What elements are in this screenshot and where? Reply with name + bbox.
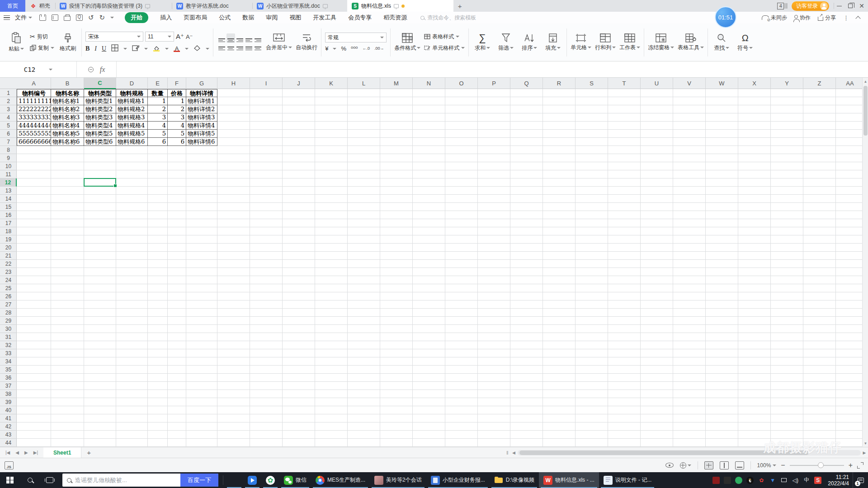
row-header-24[interactable]: 24 <box>0 276 17 284</box>
page-break-view-button[interactable] <box>735 461 744 469</box>
tray-app-icon[interactable] <box>712 477 720 484</box>
normal-view-button[interactable] <box>704 461 713 469</box>
row-header-25[interactable]: 25 <box>0 284 17 292</box>
row-header-30[interactable]: 30 <box>0 325 17 333</box>
column-header-Q[interactable]: Q <box>510 78 543 89</box>
grid-cell-F7[interactable]: 6 <box>168 138 186 146</box>
paste-button[interactable]: 粘贴 <box>6 28 26 57</box>
align-top-button[interactable] <box>218 34 225 42</box>
row-header-26[interactable]: 26 <box>0 292 17 300</box>
grid-cell-E1[interactable]: 数量 <box>148 89 168 97</box>
grid-cell-B4[interactable]: 物料名称3 <box>51 113 84 122</box>
insert-function-button[interactable]: fx <box>100 66 105 74</box>
worksheet-button[interactable]: 工作表 <box>619 28 640 57</box>
redo-icon[interactable]: ↻ <box>99 14 105 22</box>
row-header-7[interactable]: 7 <box>0 138 17 146</box>
grid-cell-B7[interactable]: 物料名称6 <box>51 138 84 146</box>
print-icon[interactable] <box>64 16 71 21</box>
row-header-18[interactable]: 18 <box>0 227 17 235</box>
grid-cell-A2[interactable]: 1111111111 <box>17 97 51 105</box>
grid-cell-E6[interactable]: 5 <box>148 130 168 138</box>
copy-button[interactable]: 复制 <box>30 44 54 52</box>
increase-decimal-button[interactable]: .00→ <box>374 47 384 51</box>
eye-protect-icon[interactable] <box>665 463 674 468</box>
column-header-J[interactable]: J <box>283 78 315 89</box>
font-color-button[interactable]: A <box>174 46 180 52</box>
grid-cell-D7[interactable]: 物料规格6 <box>116 138 148 146</box>
start-button[interactable] <box>0 472 20 488</box>
tab-docer[interactable]: ❖ 稻壳 <box>25 0 55 12</box>
column-header-G[interactable]: G <box>186 78 217 89</box>
row-header-15[interactable]: 15 <box>0 203 17 211</box>
row-header-43[interactable]: 43 <box>0 431 17 439</box>
menu-member[interactable]: 会员专享 <box>348 14 372 22</box>
app-wps-active[interactable]: W 物料信息.xls - ... <box>539 472 599 488</box>
share-button[interactable]: 分享 <box>818 14 836 22</box>
sheet-tab-active[interactable]: Sheet1 <box>43 447 81 458</box>
name-box-dropdown[interactable] <box>49 69 52 70</box>
font-name-select[interactable]: 宋体 <box>85 32 143 42</box>
row-header-2[interactable]: 2 <box>0 97 17 105</box>
row-header-33[interactable]: 33 <box>0 349 17 357</box>
grid-cell-G2[interactable]: 物料详情1 <box>186 97 217 105</box>
column-header-S[interactable]: S <box>576 78 608 89</box>
menu-review[interactable]: 审阅 <box>266 14 278 22</box>
grid-cell-D1[interactable]: 物料规格 <box>116 89 148 97</box>
decrease-indent-button[interactable] <box>245 34 252 42</box>
row-header-22[interactable]: 22 <box>0 260 17 268</box>
align-bottom-button[interactable] <box>236 34 243 42</box>
fill-button[interactable]: 填充 <box>543 28 563 57</box>
grid-cell-A5[interactable]: 4444444444 <box>17 122 51 130</box>
grid-cell-F1[interactable]: 价格 <box>168 89 186 97</box>
row-header-4[interactable]: 4 <box>0 113 17 122</box>
decrease-decimal-button[interactable]: ←.0 <box>363 47 370 51</box>
more-options-icon[interactable]: ⋮ <box>843 14 849 21</box>
command-search[interactable]: 查找命令、搜索模板 <box>420 14 476 22</box>
file-menu[interactable]: 文件 <box>12 14 35 22</box>
app-finance-report[interactable]: 小型企业财务报... <box>426 472 490 488</box>
grid-cell-G6[interactable]: 物料详情5 <box>186 130 217 138</box>
collaborate-button[interactable]: 协作 <box>794 14 811 22</box>
app-folder-videos[interactable]: D:\录像视频 <box>490 472 539 488</box>
row-header-42[interactable]: 42 <box>0 422 17 431</box>
task-view-button[interactable] <box>40 472 60 488</box>
row-header-38[interactable]: 38 <box>0 390 17 398</box>
column-header-R[interactable]: R <box>543 78 576 89</box>
grid-cell-E4[interactable]: 3 <box>148 113 168 122</box>
column-header-K[interactable]: K <box>315 78 348 89</box>
column-header-Z[interactable]: Z <box>803 78 836 89</box>
grid-cell-D5[interactable]: 物料规格4 <box>116 122 148 130</box>
column-header-C[interactable]: C <box>84 78 116 89</box>
window-count-button[interactable]: 4 <box>777 3 787 9</box>
vertical-scrollbar[interactable]: ▲ ▼ <box>862 78 868 447</box>
column-header-Y[interactable]: Y <box>771 78 803 89</box>
sort-button[interactable]: 排序 <box>519 28 539 57</box>
tray-volume-icon[interactable]: ◁) <box>792 477 799 484</box>
tray-wps-s-icon[interactable]: S <box>814 477 821 484</box>
scroll-down-icon[interactable]: ▼ <box>863 440 868 447</box>
grid-cell-D3[interactable]: 物料规格2 <box>116 105 148 113</box>
cells-region[interactable]: 物料编号物料名称物料类型物料规格数量价格物料详情1111111111物料名称1物… <box>17 89 864 447</box>
column-header-N[interactable]: N <box>413 78 445 89</box>
row-header-13[interactable]: 13 <box>0 187 17 195</box>
row-header-5[interactable]: 5 <box>0 122 17 130</box>
symbol-button[interactable]: Ω 符号 <box>735 28 755 57</box>
baidu-search-box[interactable]: 造谣婴儿做核酸被... 百度一下 <box>62 474 218 487</box>
merge-center-button[interactable]: 合并居中 <box>266 28 292 57</box>
distribute-button[interactable] <box>255 42 261 51</box>
font-size-select[interactable]: 11 <box>145 32 174 42</box>
row-header-10[interactable]: 10 <box>0 162 17 170</box>
number-format-select[interactable]: 常规 <box>325 33 387 42</box>
taskbar-search-button[interactable] <box>20 472 40 488</box>
tray-app-icon[interactable] <box>724 477 731 484</box>
align-left-button[interactable] <box>218 42 225 51</box>
freeze-panes-button[interactable]: 冻结窗格 <box>648 28 674 57</box>
increase-indent-button[interactable] <box>255 34 261 42</box>
horizontal-scroll-track[interactable] <box>518 450 861 455</box>
zoom-level-button[interactable]: 100% <box>757 462 777 469</box>
formula-input[interactable] <box>117 61 868 77</box>
eraser-dropdown[interactable] <box>206 48 209 50</box>
row-header-39[interactable]: 39 <box>0 398 17 406</box>
grid-cell-G1[interactable]: 物料详情 <box>186 89 217 97</box>
prev-sheet-button[interactable]: ◀ <box>15 450 19 455</box>
